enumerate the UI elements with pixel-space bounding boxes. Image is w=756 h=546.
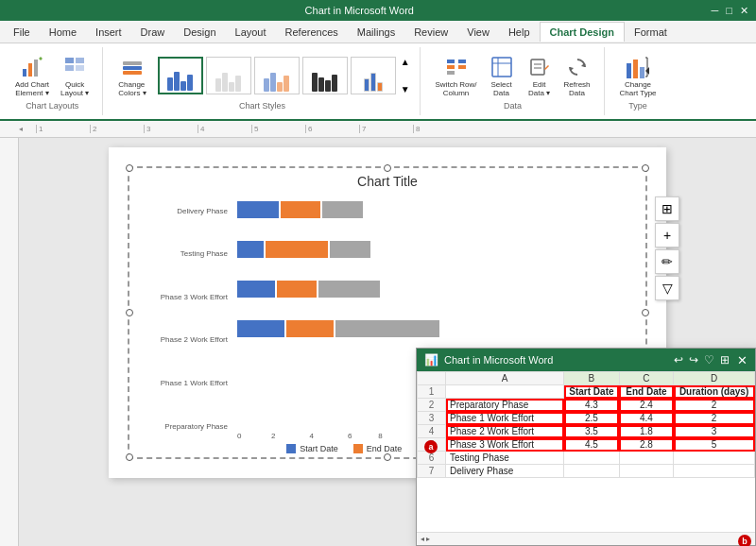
bar-phase1-gray[interactable]: [330, 241, 370, 258]
tab-view[interactable]: View: [457, 23, 499, 42]
bar-prep-blue[interactable]: [237, 201, 279, 218]
y-label-1: Preparatory Phase: [129, 412, 228, 440]
cell-d4[interactable]: 3: [674, 425, 755, 438]
ribbon-group-chart-layouts: Add ChartElement ▾ QuickLayout ▾ Chart L…: [8, 47, 103, 115]
grid-icon[interactable]: ⊞: [720, 353, 730, 367]
select-data-button[interactable]: SelectData: [485, 52, 519, 99]
add-chart-element-button[interactable]: Add ChartElement ▾: [11, 52, 53, 99]
cell-d2[interactable]: 2: [674, 399, 755, 412]
chart-style-5[interactable]: [351, 57, 396, 94]
edit-data-button[interactable]: EditData ▾: [523, 52, 557, 99]
float-btn-data[interactable]: ▽: [655, 276, 679, 300]
tab-file[interactable]: File: [4, 23, 40, 42]
refresh-data-button[interactable]: RefreshData: [560, 52, 594, 99]
cell-a4[interactable]: Phase 2 Work Effort: [446, 425, 564, 438]
bar-prep-gray[interactable]: [322, 201, 363, 218]
minimize-icon[interactable]: ─: [712, 5, 719, 17]
subheader-d[interactable]: Duration (days): [674, 385, 755, 399]
tab-mailings[interactable]: Mailings: [348, 23, 404, 42]
cell-d6[interactable]: [674, 452, 755, 465]
handle-ml[interactable]: [126, 309, 133, 316]
bar-phase1-orange[interactable]: [266, 241, 328, 258]
handle-tr[interactable]: [642, 164, 649, 172]
svg-rect-25: [640, 67, 644, 78]
change-chart-type-button[interactable]: ChangeChart Type: [616, 52, 661, 99]
handle-bc[interactable]: [384, 453, 391, 461]
chart-style-1[interactable]: [158, 57, 203, 94]
float-btn-style[interactable]: +: [655, 223, 679, 247]
row-num-1: 1: [418, 385, 446, 399]
edit-data-label: EditData ▾: [528, 80, 550, 97]
cell-c3[interactable]: 4.4: [619, 412, 673, 425]
cell-c6[interactable]: [619, 452, 673, 465]
bar-phase2-gray[interactable]: [318, 281, 380, 298]
cell-c5[interactable]: 2.8: [619, 438, 673, 452]
cell-b2[interactable]: 4.3: [564, 399, 620, 412]
cell-b4[interactable]: 3.5: [564, 425, 620, 438]
subheader-b[interactable]: Start Date: [564, 385, 620, 399]
quick-layout-button[interactable]: QuickLayout ▾: [57, 52, 93, 99]
col-header-d[interactable]: D: [674, 372, 755, 385]
bar-phase3-blue[interactable]: [237, 320, 284, 337]
chart-style-4[interactable]: [302, 57, 348, 94]
tab-references[interactable]: References: [276, 23, 348, 42]
cell-a6[interactable]: Testing Phase: [446, 452, 564, 465]
float-btn-layout[interactable]: ⊞: [655, 196, 679, 221]
tab-review[interactable]: Review: [404, 23, 457, 42]
cell-b7[interactable]: [564, 465, 620, 478]
cell-c7[interactable]: [619, 465, 673, 478]
chart-style-3[interactable]: [254, 57, 300, 94]
chart-style-2[interactable]: [206, 57, 251, 94]
cell-a2[interactable]: Preparatory Phase: [446, 399, 564, 412]
cell-d3[interactable]: 2: [674, 412, 755, 425]
tab-draw[interactable]: Draw: [131, 23, 175, 42]
excel-close-button[interactable]: ✕: [737, 353, 747, 367]
tab-chart-design[interactable]: Chart Design: [540, 22, 625, 42]
tab-format[interactable]: Format: [625, 23, 677, 42]
chart-style-down-arrow[interactable]: ▼: [401, 84, 410, 94]
excel-titlebar: 📊 Chart in Microsoft Word ↩ ↪ ♡ ⊞ ✕: [417, 349, 755, 371]
switch-row-column-button[interactable]: Switch Row/Column: [432, 52, 481, 99]
cell-d7[interactable]: [674, 465, 755, 478]
undo-icon[interactable]: ↩: [674, 353, 683, 367]
cell-a7[interactable]: Delivery Phase: [446, 465, 564, 478]
chart-style-up-arrow[interactable]: ▲: [401, 57, 410, 67]
cell-d5[interactable]: 5: [674, 438, 755, 452]
bar-phase3-orange[interactable]: [286, 320, 334, 337]
handle-bl[interactable]: [126, 453, 133, 461]
cell-c4[interactable]: 1.8: [619, 425, 673, 438]
cell-b6[interactable]: [564, 452, 620, 465]
close-icon[interactable]: ✕: [740, 5, 748, 17]
bar-phase3-gray[interactable]: [335, 320, 439, 337]
col-header-c[interactable]: C: [619, 372, 673, 385]
document-area: Chart Title Preparatory Phase Phase 1 Wo…: [19, 138, 756, 546]
cell-b5[interactable]: 4.5: [564, 438, 620, 452]
cell-b3[interactable]: 2.5: [564, 412, 620, 425]
cell-a3[interactable]: Phase 1 Work Effort: [446, 412, 564, 425]
handle-tc[interactable]: [384, 164, 391, 172]
ribbon-tab-bar: File Home Insert Draw Design Layout Refe…: [0, 21, 756, 43]
tab-home[interactable]: Home: [40, 23, 86, 42]
change-colors-button[interactable]: ChangeColors ▾: [114, 52, 149, 99]
svg-rect-16: [458, 65, 466, 69]
bar-phase2-blue[interactable]: [237, 281, 275, 298]
heart-icon[interactable]: ♡: [704, 353, 714, 367]
bar-phase2-orange[interactable]: [277, 281, 317, 298]
tab-help[interactable]: Help: [499, 23, 540, 42]
redo-icon[interactable]: ↪: [689, 353, 698, 367]
cell-a5[interactable]: Phase 3 Work Effort: [446, 438, 564, 452]
svg-rect-13: [447, 65, 455, 69]
maximize-icon[interactable]: □: [726, 5, 732, 17]
chart-title[interactable]: Chart Title: [129, 174, 645, 189]
cell-c2[interactable]: 2.4: [619, 399, 673, 412]
bar-prep-orange[interactable]: [281, 201, 320, 218]
col-header-b[interactable]: B: [564, 372, 620, 385]
float-btn-filter[interactable]: ✏: [655, 249, 679, 274]
tab-layout[interactable]: Layout: [226, 23, 276, 42]
subheader-c[interactable]: End Date: [619, 385, 673, 399]
window-controls[interactable]: ─ □ ✕: [712, 5, 748, 17]
tab-insert[interactable]: Insert: [86, 23, 131, 42]
handle-tl[interactable]: [126, 164, 133, 172]
tab-design[interactable]: Design: [174, 23, 225, 42]
bar-phase1-blue[interactable]: [237, 241, 264, 258]
